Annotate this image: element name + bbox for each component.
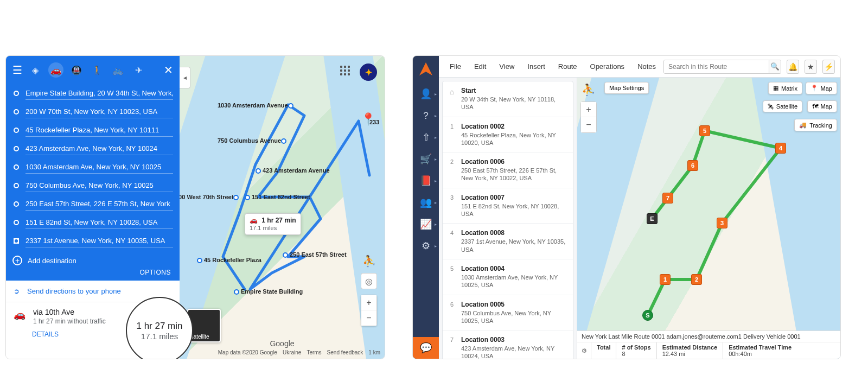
- google-map-canvas[interactable]: ◂ ✦ ⛹ ◎ + − Satellite Google Map data ©2…: [180, 56, 385, 359]
- notifications-icon[interactable]: 🔔: [787, 60, 799, 74]
- stop-number: 1: [448, 123, 456, 147]
- nav-orders-icon[interactable]: 🛒▸: [413, 148, 439, 170]
- stop-input-4[interactable]: [25, 161, 173, 174]
- nav-add-user-icon[interactable]: 👤▸: [413, 83, 439, 105]
- zoom-in-button[interactable]: +: [581, 102, 596, 117]
- favorite-icon[interactable]: ★: [805, 60, 817, 74]
- zoom-out-button[interactable]: −: [581, 117, 596, 132]
- collapse-panel-button[interactable]: ◂: [180, 67, 190, 88]
- menu-file[interactable]: File: [444, 60, 467, 73]
- stop-number: 6: [448, 301, 456, 325]
- phone-icon: ➲: [14, 287, 20, 295]
- stop-row[interactable]: 3Location 0007151 E 82nd St, New York, N…: [443, 188, 573, 224]
- car-icon: 🚗: [14, 309, 25, 325]
- map-marker[interactable]: 5: [699, 125, 710, 136]
- nav-routes-icon[interactable]: ⇧▸: [413, 126, 439, 148]
- options-button[interactable]: OPTIONS: [12, 265, 173, 276]
- tracking-chip[interactable]: 🚚 Tracking: [794, 119, 837, 131]
- pegman-icon[interactable]: ⛹: [580, 82, 596, 97]
- stop-row[interactable]: 1Location 000245 Rockefeller Plaza, New …: [443, 117, 573, 153]
- zoom-control: + −: [361, 295, 377, 326]
- walk-mode-icon[interactable]: 🚶: [90, 62, 105, 78]
- stop-input-5[interactable]: [25, 179, 173, 192]
- route4me-map-canvas[interactable]: ⛹ + − Map Settings ▦ Matrix 📍 Map 🛰 Sate…: [577, 78, 840, 359]
- my-location-button[interactable]: ◎: [361, 273, 377, 289]
- totals-bar: ⚙ Total # of Stops8 Estimated Distance12…: [577, 342, 840, 359]
- nav-settings-icon[interactable]: ⚙▸: [413, 235, 439, 257]
- map-chip[interactable]: 📍 Map: [806, 82, 837, 94]
- map-footer: New York Last Mile Route 0001 adam.jones…: [577, 330, 840, 359]
- map-marker[interactable]: 7: [662, 193, 673, 204]
- menu-route[interactable]: Route: [553, 60, 583, 73]
- stops-list: [12, 84, 173, 250]
- menu-view[interactable]: View: [494, 60, 520, 73]
- stop-input-6[interactable]: [25, 198, 173, 211]
- stop-row[interactable]: 5Location 00041030 Amsterdam Ave, New Yo…: [443, 259, 573, 295]
- map-marker[interactable]: 3: [717, 218, 727, 228]
- stop-row[interactable]: 4Location 00082337 1st Avenue, New York,…: [443, 224, 573, 259]
- menu-edit[interactable]: Edit: [469, 60, 492, 73]
- map-marker[interactable]: 6: [687, 160, 698, 171]
- close-icon[interactable]: ✕: [164, 63, 173, 77]
- apps-grid-icon[interactable]: [340, 66, 353, 79]
- account-badge[interactable]: ✦: [360, 63, 377, 81]
- app-logo[interactable]: [416, 59, 436, 79]
- search-button[interactable]: 🔍: [769, 60, 781, 73]
- nav-help-icon[interactable]: ？▸: [413, 105, 439, 126]
- stop-row[interactable]: 7Location 0003423 Amsterdam Ave, New Yor…: [443, 330, 573, 359]
- app-body: ⌂Start20 W 34th St, New York, NY 10118, …: [439, 78, 840, 359]
- satellite-chip[interactable]: 🛰 Satellite: [763, 100, 802, 112]
- map-type-chip[interactable]: 🗺 Map: [807, 100, 837, 112]
- add-destination-button[interactable]: + Add destination: [12, 250, 173, 265]
- search-input[interactable]: [664, 60, 769, 73]
- car-mode-icon[interactable]: 🚗: [48, 62, 63, 78]
- optimize-icon[interactable]: ⚡: [822, 60, 835, 74]
- map-marker[interactable]: S: [642, 310, 653, 321]
- menu-operations[interactable]: Operations: [585, 60, 630, 73]
- bike-mode-icon[interactable]: 🚲: [110, 62, 125, 78]
- stop-input-8[interactable]: [25, 234, 173, 247]
- nav-team-icon[interactable]: 👥▸: [413, 192, 439, 213]
- route4me-app: 👤▸ ？▸ ⇧▸ 🛒▸ 📕▸ 👥▸ 📈▸ ⚙▸ 💬 File Edit View…: [412, 55, 841, 359]
- nav-addressbook-icon[interactable]: 📕▸: [413, 170, 439, 192]
- stop-number: 5: [448, 265, 456, 289]
- hamburger-icon[interactable]: ☰: [12, 63, 22, 77]
- chat-button[interactable]: 💬: [413, 337, 439, 359]
- send-to-phone-label: Send directions to your phone: [27, 287, 121, 295]
- map-marker[interactable]: 4: [775, 143, 786, 154]
- best-mode-icon[interactable]: ◈: [28, 62, 43, 78]
- google-logo: Google: [270, 339, 294, 348]
- map-marker[interactable]: E: [647, 213, 658, 224]
- stop-row[interactable]: 6Location 0005750 Columbus Ave, New York…: [443, 295, 573, 331]
- stop-input-0[interactable]: [25, 87, 173, 100]
- matrix-chip[interactable]: ▦ Matrix: [768, 82, 802, 94]
- stop-number: 7: [448, 336, 456, 359]
- stop-address: 750 Columbus Ave, New York, NY 10025, US…: [461, 309, 567, 325]
- stop-input-7[interactable]: [25, 216, 173, 229]
- map-marker[interactable]: 2: [691, 274, 702, 285]
- plus-icon: +: [12, 256, 22, 265]
- route-tooltip: 🚗 1 hr 27 min 17.1 miles: [245, 213, 301, 235]
- menu-insert[interactable]: Insert: [522, 60, 551, 73]
- top-menubar: File Edit View Insert Route Operations N…: [439, 56, 840, 78]
- flight-mode-icon[interactable]: ✈: [131, 62, 146, 78]
- stop-row[interactable]: 2Location 0006250 East 57th Street, 226 …: [443, 152, 573, 188]
- nav-analytics-icon[interactable]: 📈▸: [413, 213, 439, 235]
- map-marker[interactable]: 1: [660, 274, 671, 285]
- transit-mode-icon[interactable]: 🚇: [69, 62, 84, 78]
- stop-row[interactable]: ⌂Start20 W 34th St, New York, NY 10118, …: [443, 81, 573, 117]
- stop-address: 20 W 34th St, New York, NY 10118, USA: [461, 96, 567, 111]
- stop-input-2[interactable]: [25, 124, 173, 137]
- map-settings-chip[interactable]: Map Settings: [604, 82, 649, 94]
- stop-input-1[interactable]: [25, 105, 173, 118]
- stop-title: Location 0002: [461, 123, 567, 130]
- zoom-in-button[interactable]: +: [361, 295, 376, 310]
- pegman-icon[interactable]: ⛹: [361, 253, 377, 269]
- stop-input-3[interactable]: [25, 142, 173, 155]
- zoom-out-button[interactable]: −: [361, 310, 376, 326]
- menu-notes[interactable]: Notes: [632, 60, 661, 73]
- gear-icon[interactable]: ⚙: [577, 342, 591, 359]
- stops-sidebar: ⌂Start20 W 34th St, New York, NY 10118, …: [439, 78, 577, 359]
- stop-address: 2337 1st Avenue, New York, NY 10035, USA: [461, 238, 567, 253]
- stop-number: 4: [448, 229, 456, 253]
